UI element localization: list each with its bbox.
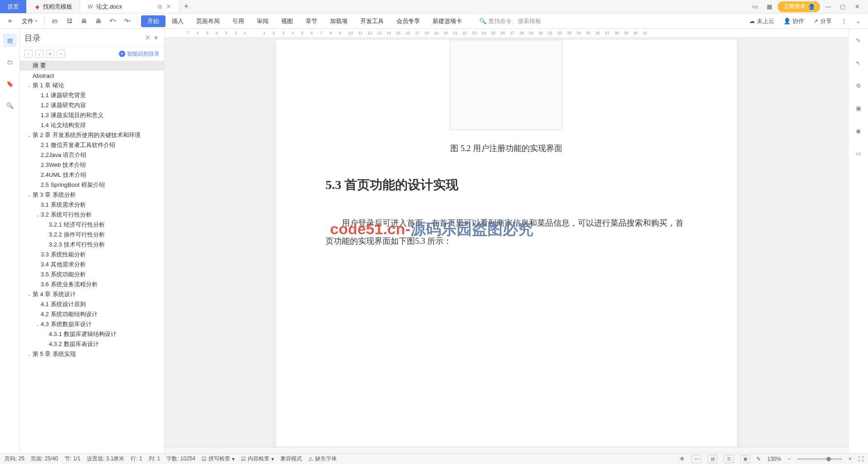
outline-item[interactable]: 3.5 系统功能分析 xyxy=(20,270,164,279)
outline-item[interactable]: 4.1 系统设计原则 xyxy=(20,299,164,309)
share-button[interactable]: ↗分享 xyxy=(810,17,835,25)
search-rail-icon[interactable]: 🔍 xyxy=(3,99,17,112)
cloud-status[interactable]: ☁未上云 xyxy=(745,17,778,25)
outline-dropdown-icon[interactable]: ▾ xyxy=(152,33,160,42)
save-icon[interactable]: 🖫 xyxy=(63,15,75,28)
status-page-no[interactable]: 页码: 25 xyxy=(5,455,24,463)
chevron-down-icon[interactable]: ⌄ xyxy=(26,292,33,297)
ribbon-tab-2[interactable]: 页面布局 xyxy=(190,17,226,25)
outline-item[interactable]: 2.3Web 技术介绍 xyxy=(20,160,164,170)
status-line[interactable]: 行: 1 xyxy=(131,455,142,463)
file-menu[interactable]: 文件▾ xyxy=(18,17,41,25)
status-indent[interactable]: 设置值: 3.1厘米 xyxy=(87,455,124,463)
outline-item[interactable]: 2.4UML 技术介绍 xyxy=(20,170,164,180)
status-spell[interactable]: ☑ 拼写检查 ▾ xyxy=(202,455,235,463)
outline-remove-button[interactable]: − xyxy=(57,50,65,58)
maximize-button[interactable]: ▢ xyxy=(836,0,849,13)
outline-item[interactable]: ⌄3.2 系统可行性分析 xyxy=(20,210,164,220)
ribbon-tab-3[interactable]: 引用 xyxy=(226,17,250,25)
print-icon[interactable]: 🖶 xyxy=(77,15,90,28)
status-compat[interactable]: 兼容模式 xyxy=(280,455,302,463)
pen-icon[interactable]: ✎ xyxy=(756,456,761,462)
outline-item[interactable]: 摘 要 xyxy=(20,61,164,71)
tab-close-icon[interactable]: ✕ xyxy=(165,4,172,10)
fullscreen-icon[interactable]: ⛶ xyxy=(858,456,863,462)
tab-popout-icon[interactable]: ⧉ xyxy=(156,4,163,10)
outline-item[interactable]: ⌄第 3 章 系统分析 xyxy=(20,190,164,200)
ruler[interactable]: 7654321123456789101112131415161718192021… xyxy=(165,29,848,38)
grid-icon[interactable]: ▦ xyxy=(763,0,776,13)
ribbon-tab-5[interactable]: 视图 xyxy=(275,17,299,25)
redo-icon[interactable]: ↷▾ xyxy=(121,15,133,28)
outline-item[interactable]: 3.1 系统需求分析 xyxy=(20,200,164,210)
chevron-down-icon[interactable]: ⌄ xyxy=(34,213,41,218)
tool1-icon[interactable]: ▣ xyxy=(852,101,865,115)
undo-icon[interactable]: ↶▾ xyxy=(106,15,119,28)
outline-up-button[interactable]: ↑ xyxy=(24,50,33,58)
outline-item[interactable]: Abstract xyxy=(20,71,164,80)
print-preview-icon[interactable]: 🖶 xyxy=(92,15,104,28)
view-mode-1[interactable]: ▭ xyxy=(691,455,701,463)
outline-item[interactable]: 1.2 课题研究内容 xyxy=(20,100,164,110)
outline-item[interactable]: 3.4 其他需求分析 xyxy=(20,260,164,270)
outline-item[interactable]: ⌄第 4 章 系统设计 xyxy=(20,289,164,299)
outline-item[interactable]: 3.2.2 操作可行性分析 xyxy=(20,230,164,240)
view-mode-4[interactable]: ▣ xyxy=(740,455,750,463)
open-icon[interactable]: 🗁 xyxy=(48,15,61,28)
chevron-down-icon[interactable]: ⌄ xyxy=(26,193,33,198)
ribbon-tab-10[interactable]: 新建选项卡 xyxy=(426,17,468,25)
chevron-down-icon[interactable]: ⌄ xyxy=(34,322,41,327)
ribbon-tab-7[interactable]: 加载项 xyxy=(324,17,354,25)
ribbon-tab-9[interactable]: 会员专享 xyxy=(390,17,426,25)
outline-item[interactable]: ⌄4.3 系统数据库设计 xyxy=(20,319,164,329)
tool3-icon[interactable]: ▭ xyxy=(852,147,865,160)
collab-button[interactable]: 👤协作 xyxy=(780,17,808,25)
ribbon-tab-8[interactable]: 开发工具 xyxy=(354,17,390,25)
status-col[interactable]: 列: 1 xyxy=(149,455,160,463)
close-button[interactable]: ✕ xyxy=(851,0,863,13)
status-section[interactable]: 节: 1/1 xyxy=(65,455,80,463)
collapse-ribbon-icon[interactable]: ⌄ xyxy=(852,15,864,28)
chevron-down-icon[interactable]: ⌄ xyxy=(26,352,33,357)
login-button[interactable]: 立即登录 👤 xyxy=(778,1,820,12)
outline-item[interactable]: 3.2.1 经济可行性分析 xyxy=(20,220,164,230)
zoom-slider[interactable] xyxy=(797,458,842,460)
outline-add-button[interactable]: + xyxy=(46,50,54,58)
outline-item[interactable]: 2.1 微信开发者工具软件介绍 xyxy=(20,140,164,150)
tool2-icon[interactable]: ◉ xyxy=(852,124,865,137)
pencil-icon[interactable]: ✎ xyxy=(852,33,865,47)
horizontal-scrollbar[interactable] xyxy=(165,447,848,453)
outline-item[interactable]: ⌄第 5 章 系统实现 xyxy=(20,349,164,359)
outline-rail-icon[interactable]: ▤ xyxy=(3,33,17,47)
ribbon-tab-0[interactable]: 开始 xyxy=(141,15,165,27)
outline-item[interactable]: 3.6 系统业务流程分析 xyxy=(20,279,164,289)
ribbon-tab-1[interactable]: 插入 xyxy=(165,17,190,25)
outline-item[interactable]: 1.1 课题研究背景 xyxy=(20,90,164,100)
settings-icon[interactable]: ⚙ xyxy=(852,79,865,92)
outline-down-button[interactable]: ↓ xyxy=(35,50,43,58)
outline-item[interactable]: 2.2Java 语言介绍 xyxy=(20,150,164,160)
eye-icon[interactable]: 👁 xyxy=(679,456,685,462)
tab-template[interactable]: ◆ 找稻壳模板 xyxy=(27,0,80,13)
bookmark-rail-icon[interactable]: 🔖 xyxy=(3,77,17,90)
outline-item[interactable]: 3.3 系统性能分析 xyxy=(20,250,164,260)
status-words[interactable]: 字数: 10254 xyxy=(166,455,195,463)
minimize-button[interactable]: — xyxy=(822,0,835,13)
outline-item[interactable]: 2.5 SpringBoot 框架介绍 xyxy=(20,180,164,190)
zoom-in-button[interactable]: + xyxy=(849,456,852,462)
outline-item[interactable]: 1.3 课题实现目的和意义 xyxy=(20,110,164,120)
tab-document[interactable]: W 论文.docx ⧉ ✕ xyxy=(80,0,179,13)
outline-item[interactable]: 4.3.1 数据库逻辑结构设计 xyxy=(20,329,164,339)
tab-home[interactable]: 首页 xyxy=(0,0,27,13)
hamburger-icon[interactable]: ≡ xyxy=(4,15,16,28)
layout-icon[interactable]: ▭ xyxy=(749,0,761,13)
ribbon-tab-4[interactable]: 审阅 xyxy=(250,17,275,25)
cursor-icon[interactable]: ↖ xyxy=(852,56,865,70)
zoom-value[interactable]: 130% xyxy=(767,456,781,462)
outline-item[interactable]: 3.2.3 技术可行性分析 xyxy=(20,240,164,250)
more-icon[interactable]: ⋮ xyxy=(837,15,850,28)
add-tab-button[interactable]: + xyxy=(179,0,193,13)
outline-item[interactable]: 4.2 系统功能结构设计 xyxy=(20,309,164,319)
chevron-down-icon[interactable]: ⌄ xyxy=(26,83,33,88)
view-mode-2[interactable]: ▤ xyxy=(708,455,717,463)
